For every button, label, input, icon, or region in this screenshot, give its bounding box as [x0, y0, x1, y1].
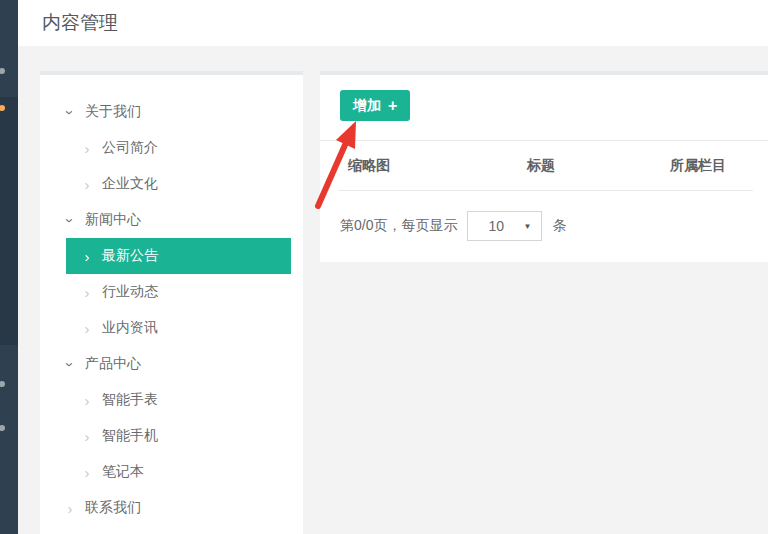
sidebar-item-laptop[interactable]: › 笔记本 [40, 454, 303, 490]
chevron-right-icon: › [80, 464, 94, 481]
column-header-thumbnail: 缩略图 [338, 157, 527, 175]
category-tree: › 关于我们 › 公司简介 › 企业文化 › 新闻中心 › 最新公告 › 行业动… [40, 75, 303, 526]
chevron-right-icon: › [80, 284, 94, 301]
chevron-down-icon: › [62, 357, 79, 371]
menu-dot-icon[interactable] [0, 381, 5, 387]
column-header-category: 所属栏目 [670, 157, 753, 175]
menu-dot-icon[interactable] [0, 425, 5, 431]
page-title: 内容管理 [18, 0, 768, 46]
tree-item-label: 最新公告 [102, 247, 158, 265]
sidebar-item-product-center[interactable]: › 产品中心 [40, 346, 303, 382]
tree-item-label: 智能手机 [102, 427, 158, 445]
table-header-row: 缩略图 标题 所属栏目 [338, 141, 753, 191]
plus-icon: + [388, 98, 397, 114]
chevron-right-icon: › [80, 320, 94, 337]
sidebar-item-smart-watch[interactable]: › 智能手表 [40, 382, 303, 418]
pagination-unit: 条 [552, 217, 566, 235]
sidebar-item-industry-news[interactable]: › 业内资讯 [40, 310, 303, 346]
category-tree-panel: › 关于我们 › 公司简介 › 企业文化 › 新闻中心 › 最新公告 › 行业动… [40, 71, 303, 534]
chevron-down-icon: › [62, 105, 79, 119]
sidebar-item-industry-trends[interactable]: › 行业动态 [40, 274, 303, 310]
pagination-info: 第0/0页，每页显示 [340, 217, 457, 235]
collapsed-sidebar [0, 0, 18, 534]
tree-item-label: 笔记本 [102, 463, 144, 481]
column-header-title: 标题 [527, 157, 670, 175]
tree-item-label: 行业动态 [102, 283, 158, 301]
chevron-right-icon: › [80, 248, 94, 265]
collapsed-sidebar-active-section [0, 97, 18, 345]
sidebar-item-about[interactable]: › 关于我们 [40, 94, 303, 130]
chevron-right-icon: › [80, 176, 94, 193]
chevron-right-icon: › [80, 392, 94, 409]
tree-item-label: 产品中心 [85, 355, 141, 373]
sidebar-item-smart-phone[interactable]: › 智能手机 [40, 418, 303, 454]
list-toolbar: 增加 + [320, 75, 768, 141]
dropdown-caret-icon: ▼ [524, 222, 532, 231]
chevron-right-icon: › [80, 428, 94, 445]
tree-item-label: 智能手表 [102, 391, 158, 409]
chevron-right-icon: › [63, 500, 77, 517]
sidebar-item-company-profile[interactable]: › 公司简介 [40, 130, 303, 166]
sidebar-item-contact-us[interactable]: › 联系我们 [40, 490, 303, 526]
sidebar-item-corporate-culture[interactable]: › 企业文化 [40, 166, 303, 202]
page-size-select[interactable]: 10 ▼ [467, 211, 542, 241]
chevron-right-icon: › [80, 140, 94, 157]
add-button[interactable]: 增加 + [340, 90, 410, 121]
tree-item-label: 企业文化 [102, 175, 158, 193]
page-size-value: 10 [488, 218, 504, 234]
sidebar-item-latest-announcements[interactable]: › 最新公告 [66, 238, 291, 274]
chevron-down-icon: › [62, 213, 79, 227]
tree-item-label: 联系我们 [85, 499, 141, 517]
add-button-label: 增加 [353, 97, 381, 115]
content-list-panel: 增加 + 缩略图 标题 所属栏目 第0/0页，每页显示 10 ▼ 条 [320, 71, 768, 262]
tree-item-label: 公司简介 [102, 139, 158, 157]
tree-item-label: 业内资讯 [102, 319, 158, 337]
sidebar-item-news-center[interactable]: › 新闻中心 [40, 202, 303, 238]
menu-dot-icon[interactable] [0, 68, 5, 74]
pagination-bar: 第0/0页，每页显示 10 ▼ 条 [340, 211, 768, 241]
header-bar: 内容管理 [18, 0, 768, 46]
tree-item-label: 新闻中心 [85, 211, 141, 229]
tree-item-label: 关于我们 [85, 103, 141, 121]
